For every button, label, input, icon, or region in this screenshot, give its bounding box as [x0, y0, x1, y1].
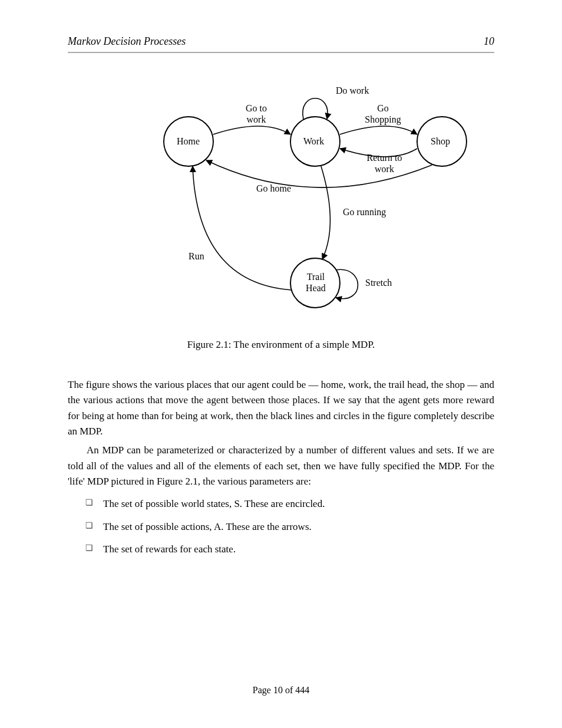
label-edge-shop-work: Return towork — [362, 152, 406, 174]
header-rule — [68, 52, 494, 53]
label-edge-trail-trail: Stretch — [365, 277, 392, 288]
paragraph-2: An MDP can be parameterized or character… — [68, 443, 494, 489]
bullet-list: The set of possible world states, S. The… — [68, 496, 494, 557]
edge-trail-trail — [336, 269, 358, 298]
label-edge-shop-home: Go home — [256, 183, 291, 194]
page: Markov Decision Processes 10 — [0, 0, 562, 728]
label-node-home: Home — [177, 136, 200, 147]
header-title: Markov Decision Processes — [68, 35, 186, 48]
edge-home-work — [213, 126, 290, 134]
edge-work-shop — [340, 126, 417, 134]
page-footer: Page 10 of 444 — [68, 685, 494, 696]
label-edge-home-work: Go towork — [239, 103, 274, 125]
page-header: Markov Decision Processes 10 — [68, 35, 494, 48]
label-edge-work-trail: Go running — [343, 206, 386, 218]
mdp-diagram — [68, 88, 494, 342]
body-text: The figure shows the various places that… — [68, 377, 494, 564]
label-node-shop: Shop — [431, 136, 450, 147]
label-edge-work-shop: GoShopping — [362, 103, 404, 125]
bullet-item: The set of possible world states, S. The… — [68, 496, 494, 512]
label-node-trail: TrailHead — [303, 271, 328, 294]
header-page: 10 — [484, 35, 494, 48]
figure-caption: Figure 2.1: The environment of a simple … — [68, 339, 494, 351]
label-edge-trail-home: Run — [189, 251, 204, 262]
edge-work-work — [303, 98, 328, 119]
bullet-item: The set of rewards for each state. — [68, 542, 494, 557]
paragraph-1: The figure shows the various places that… — [68, 377, 494, 439]
figure-environment: Home Work Shop TrailHead Go towork GoSho… — [68, 88, 494, 342]
label-node-work: Work — [303, 136, 324, 147]
bullet-item: The set of possible actions, A. These ar… — [68, 519, 494, 535]
label-edge-work-work: Do work — [336, 85, 369, 96]
edge-work-trail — [321, 166, 330, 259]
